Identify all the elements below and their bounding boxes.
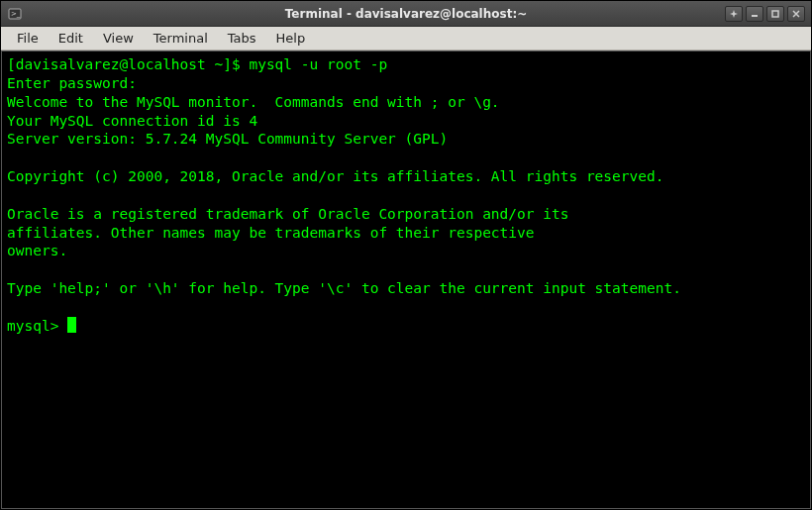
close-button[interactable] <box>787 6 805 22</box>
window-titlebar: >_ Terminal - davisalvarez@localhost:~ <box>1 1 811 27</box>
cursor <box>67 317 76 333</box>
menu-edit[interactable]: Edit <box>49 28 93 49</box>
mysql-prompt: mysql> <box>7 318 67 334</box>
svg-rect-3 <box>772 11 778 17</box>
terminal-content: [davisalvarez@localhost ~]$ mysql -u roo… <box>7 55 805 336</box>
terminal-line: owners. <box>7 243 67 258</box>
terminal-line: Welcome to the MySQL monitor. Commands e… <box>7 94 500 110</box>
terminal-icon: >_ <box>7 6 23 22</box>
shell-prompt-line: [davisalvarez@localhost ~]$ mysql -u roo… <box>7 56 387 72</box>
menu-help[interactable]: Help <box>266 28 316 49</box>
terminal-line: Your MySQL connection id is 4 <box>7 113 257 129</box>
terminal-viewport[interactable]: [davisalvarez@localhost ~]$ mysql -u roo… <box>1 51 811 509</box>
svg-rect-2 <box>752 15 758 17</box>
terminal-line: Enter password: <box>7 75 137 91</box>
window-title: Terminal - davisalvarez@localhost:~ <box>285 7 528 21</box>
menu-tabs[interactable]: Tabs <box>218 28 266 49</box>
svg-text:>_: >_ <box>11 10 21 18</box>
minimize-button[interactable] <box>746 6 763 22</box>
terminal-line: Copyright (c) 2000, 2018, Oracle and/or … <box>7 168 663 184</box>
terminal-line: Server version: 5.7.24 MySQL Community S… <box>7 131 448 147</box>
menu-terminal[interactable]: Terminal <box>144 28 218 49</box>
menu-file[interactable]: File <box>7 28 49 49</box>
menu-view[interactable]: View <box>93 28 144 49</box>
menubar: File Edit View Terminal Tabs Help <box>1 27 811 51</box>
window-controls <box>722 6 805 22</box>
terminal-line: affiliates. Other names may be trademark… <box>7 225 535 241</box>
maximize-button[interactable] <box>766 6 784 22</box>
terminal-line: Oracle is a registered trademark of Orac… <box>7 206 568 222</box>
terminal-line: Type 'help;' or '\h' for help. Type '\c'… <box>7 280 681 296</box>
stick-button[interactable] <box>725 6 743 22</box>
